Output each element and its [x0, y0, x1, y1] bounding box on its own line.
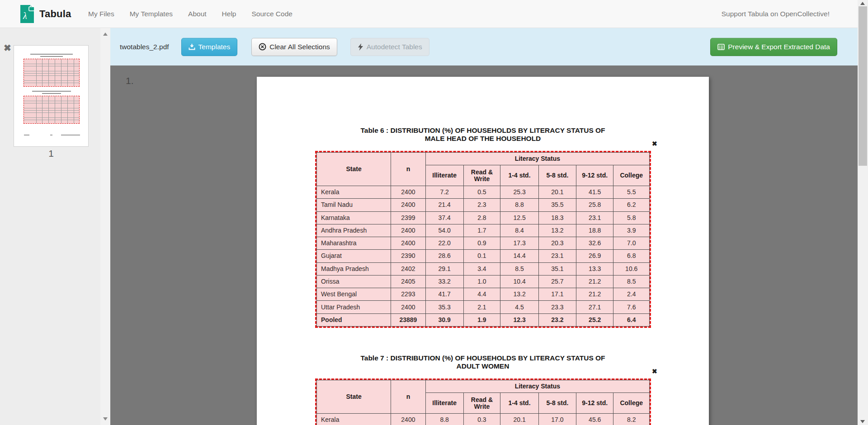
value-cell: 41.7 — [425, 288, 463, 301]
nav-link-about[interactable]: About — [180, 0, 214, 28]
table-row: Maharashtra240022.00.917.320.332.67.0 — [317, 237, 650, 250]
value-cell: 0.3 — [463, 414, 500, 425]
scroll-down-icon[interactable] — [103, 417, 108, 420]
list-alt-icon — [717, 44, 725, 50]
table7-title-line1: Table 7 : DISTRIBUTION (%) OF HOUSEHOLDS… — [257, 354, 709, 362]
value-cell: 7.6 — [613, 301, 650, 313]
tabula-brand[interactable]: λ Tabula — [20, 5, 71, 23]
state-header: State — [317, 380, 391, 414]
value-cell: 2.3 — [463, 199, 500, 211]
thumb-title-line — [40, 56, 63, 57]
table6-title: Table 6 : DISTRIBUTION (%) OF HOUSEHOLDS… — [257, 126, 709, 143]
column-header: 9-12 std. — [576, 165, 613, 186]
value-cell: 23889 — [391, 313, 426, 326]
value-cell: 25.7 — [538, 275, 576, 288]
templates-button[interactable]: Templates — [181, 38, 238, 56]
thumbnail-page-number: 1 — [14, 148, 89, 159]
autodetect-tables-button[interactable]: Autodetect Tables — [350, 38, 429, 56]
pdf-table-6: StatenLiteracy StatusIlliterateRead & Wr… — [316, 152, 650, 327]
value-cell: 10.4 — [500, 275, 539, 288]
scroll-up-icon[interactable] — [860, 2, 865, 5]
nav-link-help[interactable]: Help — [214, 0, 244, 28]
sidebar-scrollbar[interactable] — [100, 28, 110, 425]
value-cell: 35.1 — [538, 262, 576, 275]
close-sidebar-icon[interactable]: ✖ — [4, 43, 11, 52]
value-cell: 6.2 — [613, 199, 650, 211]
group-header: Literacy Status — [425, 153, 649, 165]
value-cell: 8.8 — [425, 414, 463, 425]
nav-link-my-templates[interactable]: My Templates — [122, 0, 180, 28]
column-header: 1-4 std. — [500, 393, 539, 414]
pdf-page: Table 6 : DISTRIBUTION (%) OF HOUSEHOLDS… — [257, 77, 709, 425]
column-header: Illiterate — [425, 165, 463, 186]
value-cell: 13.2 — [538, 224, 576, 237]
scroll-up-icon[interactable] — [103, 33, 108, 36]
thumb-selection-1 — [24, 59, 80, 87]
column-header: Illiterate — [425, 393, 463, 414]
value-cell: 18.3 — [538, 211, 576, 224]
value-cell: 18.8 — [576, 224, 613, 237]
value-cell: 41.5 — [576, 186, 613, 199]
column-header: College — [613, 165, 650, 186]
table-row: Pooled2388930.91.912.323.225.26.4 — [317, 313, 650, 326]
value-cell: 28.6 — [425, 250, 463, 262]
value-cell: 2400 — [391, 237, 426, 250]
column-header: Read & Write — [463, 165, 500, 186]
value-cell: 2400 — [391, 186, 426, 199]
table-row: Uttar Pradesh240035.32.14.523.327.17.6 — [317, 301, 650, 313]
window-scrollbar[interactable] — [858, 0, 868, 425]
table7-title-line2: ADULT WOMEN — [257, 362, 709, 370]
table-row: Kerala24008.80.320.117.045.68.2 — [317, 414, 650, 425]
clear-all-selections-button[interactable]: Clear All Selections — [251, 38, 337, 56]
state-header: State — [317, 153, 391, 186]
state-cell: Tamil Nadu — [317, 199, 391, 211]
state-cell: Uttar Pradesh — [317, 301, 391, 313]
state-cell: Orissa — [317, 275, 391, 288]
value-cell: 21.2 — [576, 275, 613, 288]
scroll-down-icon[interactable] — [860, 420, 865, 423]
value-cell: 17.1 — [538, 288, 576, 301]
table7-selection[interactable]: StatenLiteracy StatusIlliterateRead & Wr… — [315, 378, 651, 425]
page-thumbnail[interactable] — [14, 45, 89, 147]
state-cell: Gujarat — [317, 250, 391, 262]
column-header: 9-12 std. — [576, 393, 613, 414]
thumb-title-line — [30, 54, 73, 55]
svg-text:λ: λ — [23, 11, 27, 21]
value-cell: 2400 — [391, 301, 426, 313]
remove-selection-1-icon[interactable]: ✖ — [652, 140, 657, 147]
table6-title-line1: Table 6 : DISTRIBUTION (%) OF HOUSEHOLDS… — [257, 126, 709, 135]
table7-title: Table 7 : DISTRIBUTION (%) OF HOUSEHOLDS… — [257, 354, 709, 370]
preview-export-button[interactable]: Preview & Export Extracted Data — [710, 38, 837, 56]
scrollbar-thumb[interactable] — [859, 6, 867, 166]
value-cell: 2.4 — [613, 288, 650, 301]
group-header: Literacy Status — [425, 380, 649, 393]
value-cell: 25.8 — [576, 199, 613, 211]
n-header: n — [391, 153, 426, 186]
remove-selection-2-icon[interactable]: ✖ — [652, 368, 657, 375]
state-cell: Karnataka — [317, 211, 391, 224]
thumb-footer-mark — [50, 135, 52, 135]
table6-selection[interactable]: StatenLiteracy StatusIlliterateRead & Wr… — [315, 151, 651, 328]
remove-circle-icon — [259, 43, 266, 51]
support-link[interactable]: Support Tabula on OpenCollective! — [722, 0, 830, 28]
column-header: Read & Write — [463, 393, 500, 414]
autodetect-tables-label: Autodetect Tables — [367, 43, 422, 51]
state-cell: West Bengal — [317, 288, 391, 301]
nav-link-my-files[interactable]: My Files — [80, 0, 122, 28]
state-cell: Andhra Pradesh — [317, 224, 391, 237]
value-cell: 20.1 — [538, 186, 576, 199]
document-area: 1. Table 6 : DISTRIBUTION (%) OF HOUSEHO… — [110, 65, 858, 425]
tabula-logo-icon: λ — [20, 5, 35, 23]
templates-label: Templates — [198, 43, 231, 51]
value-cell: 21.4 — [425, 199, 463, 211]
table-row: Karnataka239937.42.812.518.323.15.8 — [317, 211, 650, 224]
column-header: College — [613, 393, 650, 414]
table-row: West Bengal229341.74.413.217.121.22.4 — [317, 288, 650, 301]
thumb-selection-2 — [24, 96, 80, 124]
value-cell: 32.6 — [576, 237, 613, 250]
value-cell: 7.2 — [425, 186, 463, 199]
table-row: Madhya Pradesh240229.13.48.535.113.310.6 — [317, 262, 650, 275]
nav-link-source-code[interactable]: Source Code — [244, 0, 300, 28]
value-cell: 2.8 — [463, 211, 500, 224]
value-cell: 8.5 — [613, 275, 650, 288]
